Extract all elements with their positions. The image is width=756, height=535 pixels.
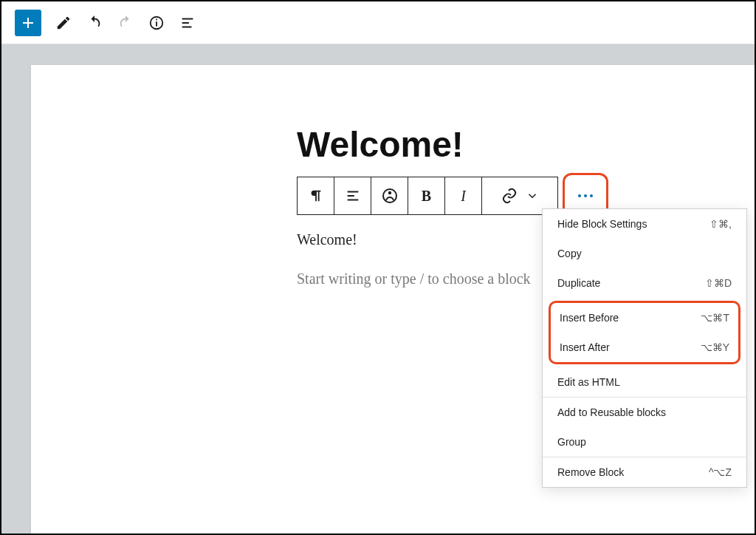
menu-edit-html[interactable]: Edit as HTML [543, 367, 746, 397]
menu-label: Add to Reusable blocks [557, 406, 666, 418]
align-button[interactable] [334, 177, 371, 214]
add-block-button[interactable] [15, 10, 41, 36]
italic-icon: I [461, 188, 466, 205]
info-icon [148, 15, 165, 31]
menu-label: Remove Block [557, 466, 624, 478]
outline-button[interactable] [179, 14, 196, 32]
redo-icon [117, 15, 134, 31]
menu-label: Hide Block Settings [557, 218, 647, 230]
menu-label: Duplicate [557, 277, 600, 289]
menu-shortcut: ⇧⌘, [709, 218, 732, 230]
block-toolbar: B I [297, 177, 558, 215]
menu-shortcut: ⌥⌘T [701, 312, 729, 324]
block-type-button[interactable] [298, 177, 334, 214]
menu-label: Insert Before [560, 312, 619, 324]
svg-rect-2 [156, 18, 157, 20]
insert-items-highlight: Insert Before ⌥⌘T Insert After ⌥⌘Y [549, 301, 740, 364]
text-center-icon [381, 187, 399, 205]
pencil-icon [55, 15, 72, 31]
menu-insert-before[interactable]: Insert Before ⌥⌘T [551, 303, 738, 333]
bold-button[interactable]: B [408, 177, 445, 214]
menu-shortcut: ^⌥Z [709, 466, 732, 478]
plus-icon [21, 16, 35, 30]
menu-label: Group [557, 436, 586, 448]
menu-shortcut: ⌥⌘Y [701, 341, 729, 353]
menu-add-reusable[interactable]: Add to Reusable blocks [543, 398, 746, 427]
pilcrow-icon [308, 188, 324, 204]
svg-point-3 [383, 189, 396, 202]
svg-point-4 [388, 191, 391, 194]
chevron-down-icon [526, 189, 539, 202]
link-icon [501, 187, 518, 205]
svg-rect-1 [156, 21, 157, 26]
menu-label: Insert After [560, 341, 610, 353]
undo-button[interactable] [86, 14, 103, 32]
menu-group[interactable]: Group [543, 427, 746, 457]
menu-copy[interactable]: Copy [543, 239, 746, 268]
post-title[interactable]: Welcome! [297, 124, 755, 165]
more-icon [578, 194, 593, 197]
menu-label: Edit as HTML [557, 376, 620, 388]
edit-tool-button[interactable] [55, 14, 72, 32]
top-toolbar [1, 1, 755, 44]
italic-button[interactable]: I [445, 177, 482, 214]
editor-window: Welcome! B I [0, 0, 756, 535]
menu-shortcut: ⇧⌘D [705, 277, 732, 289]
bold-icon: B [422, 188, 431, 205]
align-left-icon [345, 188, 361, 204]
undo-icon [86, 15, 103, 31]
block-options-menu: Hide Block Settings ⇧⌘, Copy Duplicate ⇧… [542, 208, 747, 488]
menu-hide-block-settings[interactable]: Hide Block Settings ⇧⌘, [543, 209, 746, 239]
menu-label: Copy [557, 248, 582, 259]
list-outline-icon [179, 15, 196, 31]
redo-button[interactable] [117, 14, 134, 32]
menu-insert-after[interactable]: Insert After ⌥⌘Y [551, 333, 738, 362]
menu-duplicate[interactable]: Duplicate ⇧⌘D [543, 268, 746, 298]
text-align-button[interactable] [371, 177, 408, 214]
menu-remove-block[interactable]: Remove Block ^⌥Z [543, 457, 746, 487]
info-button[interactable] [148, 14, 165, 32]
